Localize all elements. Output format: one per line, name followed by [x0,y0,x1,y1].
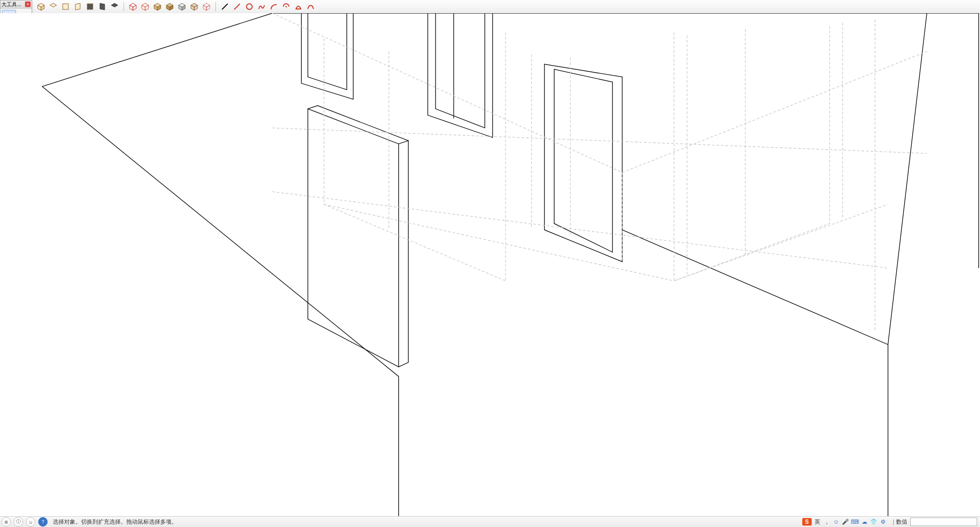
top-toolbar [33,0,980,14]
toolbar-separator [124,2,124,11]
svg-rect-4 [63,4,68,9]
help-geo-icon[interactable]: ⊕ [1,517,11,527]
edge-line-icon[interactable] [220,1,230,12]
ime-emoji-icon[interactable]: ☺ [832,518,840,526]
svg-marker-5 [75,3,80,10]
style-shaded-tex-icon[interactable] [165,1,175,12]
help-info-icon[interactable]: ⓘ [14,517,23,527]
edge-bezier-icon[interactable] [305,1,316,12]
svg-marker-10 [130,5,133,10]
svg-marker-11 [133,5,136,10]
ime-punct[interactable]: ， [823,518,831,526]
edge-arc2-icon[interactable] [281,1,291,12]
svg-marker-7 [100,3,105,10]
view-bottom-icon[interactable] [109,1,120,12]
view-right-icon[interactable] [73,1,83,12]
view-back-icon[interactable] [85,1,95,12]
svg-line-31 [234,4,240,9]
view-left-icon[interactable] [97,1,107,12]
edge-freehand-icon[interactable] [256,1,267,12]
ime-logo-icon[interactable]: S [802,518,812,526]
status-divider: | [893,519,894,525]
help-person-icon[interactable]: ☺ [26,517,35,527]
svg-marker-27 [203,3,210,7]
svg-marker-8 [111,3,118,7]
status-message: 选择对象。切换到扩充选择。拖动鼠标选择多项。 [53,518,177,526]
ime-mic-icon[interactable]: 🎤 [842,518,849,526]
svg-point-32 [247,4,252,9]
style-hidden-icon[interactable] [140,1,150,12]
edge-pencil-icon[interactable] [232,1,242,12]
style-wireframe-icon[interactable] [128,1,138,12]
status-bar: ⊕ ⓘ ☺ ? 选择对象。切换到扩充选择。拖动鼠标选择多项。 S 英 ， ☺ 🎤… [0,516,980,527]
measurements-input[interactable] [910,518,977,526]
toolbar-separator [215,2,216,11]
palette-close-icon[interactable]: × [25,1,31,7]
svg-line-30 [222,4,228,9]
edge-arc1-icon[interactable] [269,1,279,12]
ime-shirt-icon[interactable]: 👕 [870,518,878,526]
svg-marker-28 [203,5,206,10]
palette-titlebar[interactable]: 大工具... × [0,0,32,8]
style-xray-icon[interactable] [189,1,199,12]
value-label: 数值 [896,518,907,526]
view-top-icon[interactable] [48,1,58,12]
style-shaded-icon[interactable] [152,1,163,12]
svg-rect-6 [87,4,93,9]
palette-title: 大工具... [1,1,21,8]
style-mono-icon[interactable] [177,1,187,12]
edge-circle-icon[interactable] [244,1,255,12]
view-front-icon[interactable] [60,1,71,12]
svg-point-33 [286,6,287,8]
ime-cloud-icon[interactable]: ☁ [861,518,868,526]
edge-arc3-icon[interactable] [293,1,304,12]
model-viewport[interactable] [0,13,980,517]
svg-marker-9 [130,3,136,7]
view-iso-icon[interactable] [36,1,46,12]
svg-marker-3 [50,3,57,7]
ime-keyboard-icon[interactable]: ⌨ [851,518,859,526]
style-back-edge-icon[interactable] [201,1,212,12]
ime-settings-icon[interactable]: ⚙ [880,518,887,526]
ime-lang[interactable]: 英 [814,518,821,526]
ime-bar: S 英 ， ☺ 🎤 ⌨ ☁ 👕 ⚙ [802,518,887,526]
help-question-icon[interactable]: ? [38,517,48,527]
svg-marker-29 [206,5,210,10]
